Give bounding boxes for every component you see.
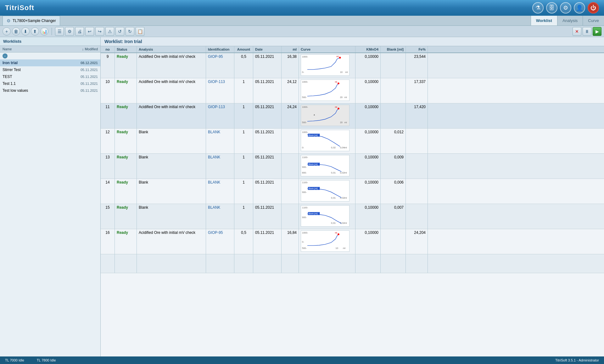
table-row[interactable]: 15 Ready Blank BLANK 1 05.11.2021 1100- … (101, 204, 604, 229)
row-no: 11 (101, 103, 115, 128)
stop-button[interactable]: ✕ (573, 27, 581, 36)
row-amount: 1 (234, 179, 253, 204)
row-kmno4: 0,10000 (355, 179, 381, 204)
svg-text:900-: 900- (302, 191, 307, 194)
svg-text:Blank [ml]: Blank [ml] (309, 163, 318, 166)
warning-button[interactable]: ⚠ (105, 27, 114, 36)
svg-text:ml: ml (344, 222, 347, 224)
col-header-status: Status (115, 46, 137, 52)
sidebar-item-iron-trial-label: Iron trial (3, 61, 70, 65)
table-row[interactable]: 11 Ready Acidified Ore with initial mV c… (101, 103, 604, 129)
svg-text:0-: 0- (302, 146, 304, 149)
refresh-button[interactable]: ↻ (126, 27, 134, 36)
row-blank: 0,009 (381, 154, 406, 179)
settings-button[interactable]: ⚙ (65, 27, 74, 36)
tab-curve[interactable]: Curve (583, 16, 604, 25)
svg-text:20: 20 (340, 96, 343, 99)
table-row[interactable]: 13 Ready Blank BLANK 1 05.11.2021 1100- … (101, 154, 604, 179)
col-header-ident: Identification (206, 46, 234, 52)
row-date: 05.11.2021 (253, 179, 282, 204)
flask-icon[interactable]: ⚗ (532, 2, 544, 14)
row-amount: 1 (234, 154, 253, 179)
row-ident: BLANK (206, 179, 234, 204)
pause-button[interactable]: ⏸ (583, 27, 591, 36)
tab-analysis[interactable]: Analysis (557, 16, 583, 25)
sidebar-item-test-low[interactable]: Test low values 05.11.2021 (0, 87, 100, 94)
svg-text:1100-: 1100- (302, 156, 308, 159)
row-fe (406, 179, 428, 204)
col-header-curve: Curve (299, 46, 355, 52)
sidebar-item-test[interactable]: TEST 05.11.2021 (0, 73, 100, 80)
user-icon[interactable]: 👤 (574, 2, 585, 14)
sidebar-item-test11[interactable]: Test 1.1 05.11.2021 (0, 80, 100, 87)
sidebar-item-stirrer-test[interactable]: Stirrer Test 05.11.2021 (0, 66, 100, 73)
header-icons: ⚗ 🗄 ⚙ 👤 ⏻ (532, 2, 599, 14)
statusbar-left-section: TL 7000 Idle TL 7800 Idle (5, 358, 56, 362)
tab-worklist[interactable]: Worklist (531, 16, 557, 25)
svg-text:ml: ml (335, 106, 337, 108)
col-header-analysis: Analysis (137, 46, 206, 52)
export-button[interactable]: 📊 (40, 27, 48, 36)
play-button[interactable]: ▶ (593, 27, 601, 36)
svg-text:1100-: 1100- (302, 181, 308, 184)
worklist-title: Worklist: Iron trial (101, 37, 604, 46)
row-status: Ready (115, 78, 137, 103)
table-row[interactable]: 10 Ready Acidified Ore with initial mV c… (101, 78, 604, 103)
row-ml (282, 154, 299, 179)
row-no: 15 (101, 204, 115, 229)
row-ml: 24,12 (282, 78, 299, 103)
table-row[interactable]: 16 Ready Acidified Ore with initial mV c… (101, 229, 604, 254)
clipboard-button[interactable]: 📋 (136, 27, 144, 36)
add-button[interactable]: + (3, 27, 11, 36)
sidebar-item-test11-label: Test 1.1 (3, 81, 70, 86)
content-area: Worklist: Iron trial no Status Analysis … (101, 37, 604, 356)
sidebar-collapse[interactable]: − (0, 52, 100, 59)
download-button[interactable]: ⬇ (21, 27, 30, 36)
svg-text:0-: 0- (302, 240, 304, 243)
svg-text:500-: 500- (302, 121, 307, 124)
table-row[interactable]: 14 Ready Blank BLANK 1 05.11.2021 1100- … (101, 179, 604, 204)
upload-button[interactable]: ⬆ (31, 27, 39, 36)
redo-button[interactable]: ↪ (95, 27, 104, 36)
svg-text:ml: ml (336, 55, 338, 58)
row-ident: BLANK (206, 204, 234, 229)
row-no: 9 (101, 53, 115, 78)
row-date: 05.11.2021 (253, 78, 282, 103)
sidebar-item-stirrer-label: Stirrer Test (3, 68, 70, 72)
sidebar-table-header: Name ↓ Modified (0, 46, 100, 52)
svg-text:500-: 500- (302, 96, 307, 99)
table-row[interactable]: 12 Ready Blank BLANK 1 05.11.2021 1000- … (101, 129, 604, 154)
row-ident: GIOP-95 (206, 229, 234, 254)
sidebar-item-iron-trial[interactable]: Iron trial 08.12.2021 (0, 59, 100, 66)
statusbar-tl7000: TL 7000 Idle (5, 358, 24, 362)
reset-button[interactable]: ↺ (115, 27, 124, 36)
collapse-icon[interactable]: − (3, 53, 8, 58)
svg-text:500-: 500- (302, 247, 307, 250)
print-button[interactable]: 🖨 (75, 27, 84, 36)
worklist-table[interactable]: no Status Analysis Identification Amount… (101, 46, 604, 356)
svg-text:0-: 0- (302, 71, 304, 74)
power-icon[interactable]: ⏻ (588, 2, 599, 14)
svg-text:0,01: 0,01 (331, 196, 336, 199)
row-blank (381, 53, 406, 78)
undo-button[interactable]: ↩ (85, 27, 94, 36)
device-tab-label: TL7800+Sample Changer (13, 19, 56, 23)
delete-button[interactable]: 🗑 (12, 27, 20, 36)
row-date: 05.11.2021 (253, 53, 282, 78)
svg-text:10: 10 (336, 247, 338, 250)
database-icon[interactable]: 🗄 (546, 2, 557, 14)
row-no: 12 (101, 129, 115, 153)
table-row[interactable]: 9 Ready Acidified Ore with initial mV ch… (101, 53, 604, 78)
svg-point-4 (339, 57, 341, 59)
toolbar-right: ✕ ⏸ ▶ (573, 27, 601, 36)
list-view-button[interactable]: ☰ (55, 27, 64, 36)
device-tab[interactable]: ⚙ TL7800+Sample Changer (3, 16, 60, 25)
svg-text:ml: ml (343, 247, 345, 250)
settings-icon[interactable]: ⚙ (560, 2, 571, 14)
svg-point-16 (338, 108, 339, 109)
row-no: 16 (101, 229, 115, 254)
row-curve: 1000- 500- 20 ml ml ▲ (299, 103, 355, 128)
row-blank (381, 78, 406, 103)
col-header-amount: Amount (234, 46, 253, 52)
svg-text:ml: ml (335, 81, 337, 83)
